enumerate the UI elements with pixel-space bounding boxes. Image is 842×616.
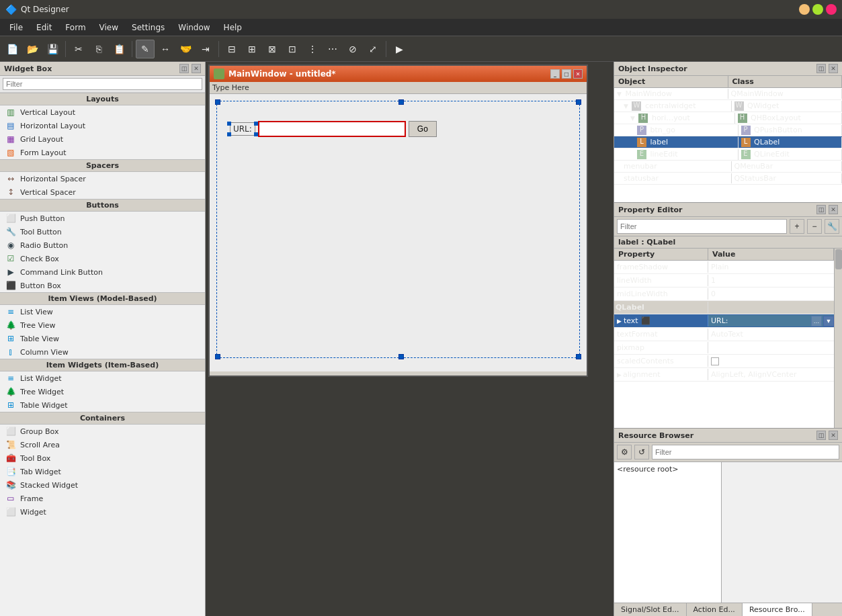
wb-item-vertical-spacer[interactable]: ↕ Vertical Spacer (0, 185, 205, 199)
pe-text-edit-btn[interactable]: … (811, 316, 822, 326)
wb-item-grid-layout[interactable]: ▦ Grid Layout (0, 132, 205, 146)
menu-view[interactable]: View (93, 21, 125, 34)
oi-close-icon[interactable]: ✕ (829, 64, 838, 73)
tab-resource-browser[interactable]: Resource Bro... (743, 603, 812, 616)
resize-handle-tl[interactable] (215, 99, 220, 105)
rb-filter-input[interactable] (652, 445, 839, 459)
pe-row-text[interactable]: ▶ text ⬛ URL: … ▼ (614, 314, 834, 328)
pe-row-pixmap[interactable]: pixmap (614, 341, 834, 355)
resize-handle-br[interactable] (576, 354, 581, 359)
rb-settings-button[interactable]: ⚙ (617, 445, 632, 459)
wb-item-command-link-button[interactable]: ▶ Command Link Button (0, 265, 205, 279)
mw-maximize-button[interactable]: □ (562, 69, 571, 79)
pe-close-icon[interactable]: ✕ (829, 205, 838, 214)
oi-row-statusbar[interactable]: statusbar QStatusBar (614, 173, 842, 185)
rb-float-icon[interactable]: ◫ (816, 431, 826, 440)
wb-item-widget[interactable]: ⬜ Widget (0, 505, 205, 519)
toolbar-new[interactable]: 📄 (3, 40, 22, 58)
pe-row-scaledcontents[interactable]: scaledContents (614, 355, 834, 368)
toolbar-break-layout[interactable]: ⊘ (343, 40, 362, 58)
pe-add-button[interactable]: + (790, 219, 804, 234)
menu-settings[interactable]: Settings (125, 21, 171, 34)
wb-item-table-view[interactable]: ⊞ Table View (0, 332, 205, 345)
wb-item-push-button[interactable]: ⬜ Push Button (0, 212, 205, 225)
pe-float-icon[interactable]: ◫ (816, 205, 826, 214)
pe-text-expand-btn[interactable]: ▼ (823, 316, 834, 326)
pe-row-midlinewidth[interactable]: midLineWidth 0 (614, 288, 834, 301)
wb-item-group-box[interactable]: ⬜ Group Box (0, 425, 205, 438)
mw-close-button[interactable]: ✕ (573, 69, 583, 79)
oi-row-hboxlayout[interactable]: ▼ H hori…yout H QHBoxLayout (614, 112, 842, 124)
oi-row-btn-go[interactable]: P btn_go P QPushButton (614, 124, 842, 136)
toolbar-adjust-size[interactable]: ⤢ (364, 40, 382, 58)
wb-item-column-view[interactable]: ⫿ Column View (0, 345, 205, 359)
wb-item-tab-widget[interactable]: 📑 Tab Widget (0, 465, 205, 478)
oi-float-icon[interactable]: ◫ (816, 64, 826, 73)
pe-minus-button[interactable]: − (807, 219, 822, 234)
pe-configure-button[interactable]: 🔧 (825, 219, 839, 234)
wb-item-scroll-area[interactable]: 📜 Scroll Area (0, 438, 205, 451)
scaled-contents-checkbox[interactable] (711, 357, 719, 365)
toolbar-layout-grid[interactable]: ⊠ (263, 40, 282, 58)
toolbar-layout-vsplit[interactable]: ⋯ (323, 40, 342, 58)
oi-row-menubar[interactable]: menubar QMenuBar (614, 161, 842, 173)
toolbar-layout-h[interactable]: ⊟ (222, 40, 241, 58)
go-button[interactable]: Go (409, 121, 437, 137)
rb-close-icon[interactable]: ✕ (829, 431, 838, 440)
resize-handle-bm[interactable] (398, 354, 404, 359)
toolbar-layout-hsplit[interactable]: ⋮ (303, 40, 322, 58)
wb-item-vertical-layout[interactable]: ▥ Vertical Layout (0, 105, 205, 119)
menu-help[interactable]: Help (217, 21, 249, 34)
toolbar-open[interactable]: 📂 (23, 40, 42, 58)
oi-row-centralwidget[interactable]: ▼ W centralwidget W QWidget (614, 100, 842, 112)
maximize-button[interactable] (812, 4, 823, 15)
url-label-container[interactable]: URL: (230, 124, 255, 134)
wb-item-tool-button[interactable]: 🔧 Tool Button (0, 225, 205, 238)
toolbar-layout-form[interactable]: ⊡ (283, 40, 302, 58)
wb-item-horizontal-layout[interactable]: ▤ Horizontal Layout (0, 119, 205, 132)
toolbar-cut[interactable]: ✂ (69, 40, 88, 58)
toolbar-paste[interactable]: 📋 (110, 40, 128, 58)
wb-item-button-box[interactable]: ⬛ Button Box (0, 279, 205, 292)
wb-item-list-view[interactable]: ≡ List View (0, 305, 205, 318)
wb-item-stacked-widget[interactable]: 📚 Stacked Widget (0, 478, 205, 492)
resize-handle-tr[interactable] (576, 99, 581, 105)
toolbar-save[interactable]: 💾 (43, 40, 62, 58)
pe-row-linewidth[interactable]: lineWidth 1 (614, 274, 834, 288)
widget-box-close-icon[interactable]: ✕ (192, 64, 201, 73)
menu-form[interactable]: Form (58, 21, 92, 34)
wb-item-tree-widget[interactable]: 🌲 Tree Widget (0, 385, 205, 398)
toolbar-tab-order[interactable]: ⇥ (196, 40, 215, 58)
pe-scrollbar[interactable] (834, 249, 842, 428)
toolbar-copy[interactable]: ⎘ (89, 40, 108, 58)
menu-edit[interactable]: Edit (30, 21, 58, 34)
resize-handle-bl[interactable] (215, 354, 220, 359)
toolbar-buddy[interactable]: 🤝 (176, 40, 195, 58)
pe-row-textformat[interactable]: textFormat AutoText (614, 328, 834, 341)
wb-item-check-box[interactable]: ☑ Check Box (0, 252, 205, 265)
close-button[interactable] (826, 4, 837, 15)
tab-action-editor[interactable]: Action Ed... (687, 603, 743, 616)
oi-row-lineedit[interactable]: E lineEdit E QLineEdit (614, 148, 842, 161)
widget-box-float-icon[interactable]: ◫ (179, 64, 189, 73)
wb-item-horizontal-spacer[interactable]: ↔ Horizontal Spacer (0, 172, 205, 185)
oi-row-label[interactable]: L label L QLabel (614, 136, 842, 148)
wb-item-radio-button[interactable]: ◉ Radio Button (0, 238, 205, 252)
toolbar-layout-v[interactable]: ⊞ (243, 40, 261, 58)
canvas-area[interactable]: MainWindow - untitled* _ □ ✕ Type Here (206, 62, 614, 616)
url-input[interactable] (258, 121, 406, 137)
menu-window[interactable]: Window (171, 21, 216, 34)
wb-item-frame[interactable]: ▭ Frame (0, 492, 205, 505)
wb-item-list-widget[interactable]: ≡ List Widget (0, 371, 205, 385)
widget-box-filter-input[interactable] (3, 78, 202, 90)
main-window-widget[interactable]: MainWindow - untitled* _ □ ✕ Type Here (208, 64, 588, 377)
pe-row-frameshadow[interactable]: frameShadow Plain (614, 261, 834, 274)
tab-signal-slot[interactable]: Signal/Slot Ed... (614, 603, 687, 616)
wb-item-table-widget[interactable]: ⊞ Table Widget (0, 398, 205, 412)
resize-handle-tm[interactable] (398, 99, 404, 105)
wb-item-form-layout[interactable]: ▧ Form Layout (0, 146, 205, 159)
menu-file[interactable]: File (3, 21, 30, 34)
toolbar-signal-slot[interactable]: ↔ (156, 40, 175, 58)
toolbar-widget-edit[interactable]: ✎ (136, 40, 155, 58)
toolbar-preview[interactable]: ▶ (390, 40, 409, 58)
